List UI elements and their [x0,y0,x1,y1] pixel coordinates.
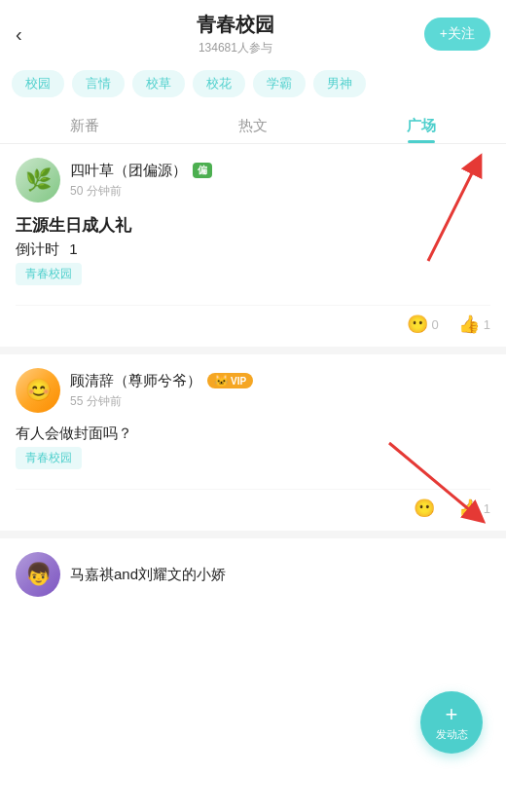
avatar-3: 👦 [16,552,60,597]
post-card-2: 😊 顾清辞（尊师兮爷） 🐱 VIP 55 分钟前 有人会做封面吗？ 青春校园 😶… [0,354,506,538]
comment-count-1: 0 [432,317,439,332]
post-footer-2: 😶 👍 1 [16,489,490,531]
like-count-2: 1 [484,501,490,516]
author-name-1: 四叶草（团偏源） [70,162,187,180]
countdown-number: 1 [69,240,77,257]
post-topic-2[interactable]: 青春校园 [16,447,82,469]
post-time-1: 50 分钟前 [70,183,490,200]
post-time-2: 55 分钟前 [70,393,490,410]
avatar-2: 😊 [16,368,60,413]
post-footer-1: 😶 0 👍 1 [16,305,490,347]
countdown-label: 倒计时 [16,240,59,257]
post-body-2: 有人会做封面吗？ [16,424,490,443]
like-icon-2: 👍 [458,498,480,519]
tag-1[interactable]: 言情 [72,70,125,97]
header-center: 青春校园 134681人参与 [47,12,424,56]
badge-green-1: 偏 [193,163,212,178]
post-meta-2: 顾清辞（尊师兮爷） 🐱 VIP 55 分钟前 [70,372,490,410]
post-card-1: 🌿 四叶草（团偏源） 偏 50 分钟前 王源生日成人礼 倒计时 1 青春校园 😶… [0,144,506,354]
like-action-2[interactable]: 👍 1 [458,498,490,519]
badge-vip-2: 🐱 VIP [207,373,253,388]
vip-label: VIP [231,376,246,387]
header: ‹ 青春校园 134681人参与 +关注 [0,0,506,62]
like-icon-1: 👍 [458,314,480,335]
author-row-1: 四叶草（团偏源） 偏 [70,162,490,180]
comment-action-1[interactable]: 😶 0 [407,314,439,335]
tabs-row: 新番 热文 广场 [0,105,506,144]
comment-icon-2: 😶 [414,498,435,519]
tags-row: 校园 言情 校草 校花 学霸 男神 [0,62,506,105]
author-row-3: 马嘉祺and刘耀文的小娇 [70,566,490,584]
tag-3[interactable]: 校花 [193,70,245,97]
fab-label: 发动态 [436,727,468,742]
post-content-1: 王源生日成人礼 倒计时 1 青春校园 [16,210,490,305]
tag-4[interactable]: 学霸 [253,70,306,97]
page-subtitle: 134681人参与 [47,40,424,56]
page-title: 青春校园 [47,12,424,38]
post-countdown-1: 倒计时 1 [16,240,490,259]
fab-button[interactable]: + 发动态 [420,691,483,754]
comment-icon-1: 😶 [407,314,428,335]
post-meta-3: 马嘉祺and刘耀文的小娇 [70,566,490,584]
tag-2[interactable]: 校草 [132,70,185,97]
back-button[interactable]: ‹ [16,23,47,46]
tab-rewen[interactable]: 热文 [168,105,337,143]
comment-action-2[interactable]: 😶 [414,498,439,519]
post-content-2: 有人会做封面吗？ 青春校园 [16,421,490,489]
tag-0[interactable]: 校园 [12,70,64,97]
like-action-1[interactable]: 👍 1 [458,314,490,335]
like-count-1: 1 [484,317,490,332]
tab-xinban[interactable]: 新番 [0,105,168,143]
post-header-1: 🌿 四叶草（团偏源） 偏 50 分钟前 [16,158,490,203]
post-meta-1: 四叶草（团偏源） 偏 50 分钟前 [70,162,490,200]
tab-guangchang[interactable]: 广场 [338,105,506,143]
author-name-2: 顾清辞（尊师兮爷） [70,372,201,390]
author-row-2: 顾清辞（尊师兮爷） 🐱 VIP [70,372,490,390]
post-topic-1[interactable]: 青春校园 [16,263,82,285]
post-title-1: 王源生日成人礼 [16,214,490,237]
tag-5[interactable]: 男神 [313,70,366,97]
author-name-3: 马嘉祺and刘耀文的小娇 [70,566,226,584]
fab-plus-icon: + [446,704,458,725]
avatar-1: 🌿 [16,158,60,203]
post-card-3: 👦 马嘉祺and刘耀文的小娇 [0,538,506,597]
follow-button[interactable]: +关注 [424,18,490,51]
post-header-2: 😊 顾清辞（尊师兮爷） 🐱 VIP 55 分钟前 [16,368,490,413]
post-header-3: 👦 马嘉祺and刘耀文的小娇 [16,552,490,597]
